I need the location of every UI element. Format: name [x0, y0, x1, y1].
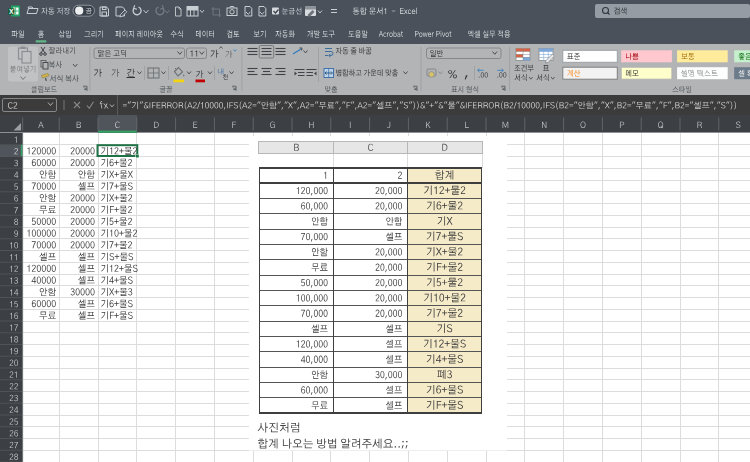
svg-text:X: X	[9, 8, 14, 15]
